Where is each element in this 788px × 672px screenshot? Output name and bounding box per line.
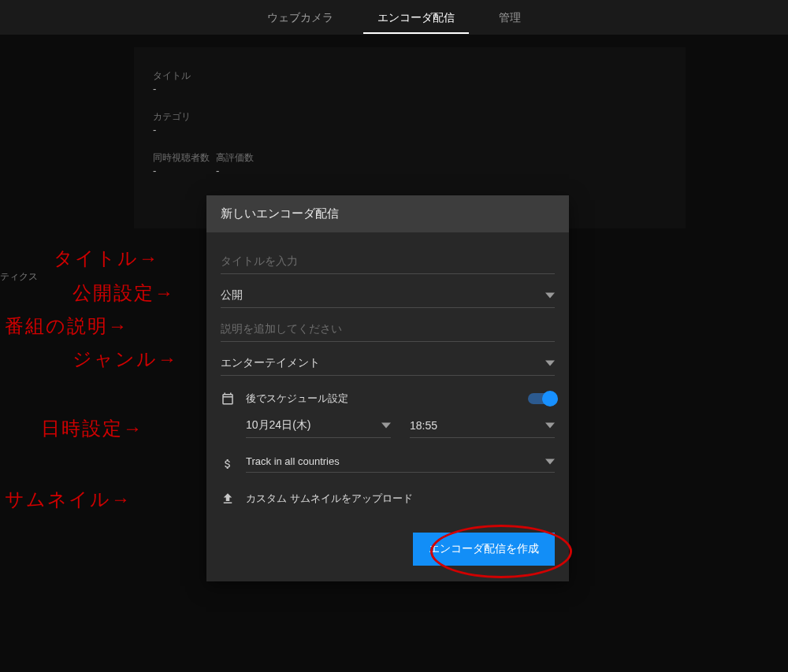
annotation-datetime: 日時設定→	[41, 416, 143, 441]
monetization-value: Track in all countries	[246, 455, 340, 467]
chevron-down-icon	[545, 291, 555, 300]
visibility-value: 公開	[221, 288, 243, 303]
tab-encoder[interactable]: エンコーダ配信	[355, 2, 477, 34]
schedule-later-row: 後でスケジュール設定	[221, 392, 555, 406]
time-value: 18:55	[410, 419, 437, 432]
monetization-row: Track in all countries	[221, 455, 555, 473]
bg-category-label: カテゴリ	[153, 110, 191, 124]
date-select[interactable]: 10月24日(木)	[246, 418, 391, 438]
toggle-knob	[542, 391, 558, 407]
bg-viewers-label: 同時視聴者数	[153, 151, 210, 165]
date-value: 10月24日(木)	[246, 418, 310, 433]
tab-webcam[interactable]: ウェブカメラ	[245, 2, 355, 34]
genre-value: エンターテイメント	[221, 356, 320, 370]
chevron-down-icon	[545, 457, 555, 466]
title-input-placeholder: タイトルを入力	[221, 254, 298, 269]
datetime-row: 10月24日(木) 18:55	[221, 418, 555, 438]
bg-category-value: -	[153, 124, 156, 136]
dollar-icon	[221, 457, 235, 471]
annotation-title: タイトル→	[54, 246, 159, 271]
calendar-icon	[221, 392, 235, 406]
title-input[interactable]: タイトルを入力	[221, 254, 555, 274]
time-select[interactable]: 18:55	[410, 418, 555, 438]
annotation-thumbnail: サムネイル→	[5, 487, 132, 512]
genre-select[interactable]: エンターテイメント	[221, 356, 555, 376]
bg-title-value: -	[153, 83, 156, 95]
chevron-down-icon	[381, 421, 391, 430]
schedule-later-label: 後でスケジュール設定	[246, 392, 348, 406]
bg-title-label: タイトル	[153, 69, 191, 83]
bg-likes-label: 高評価数	[216, 151, 254, 165]
top-tabs: ウェブカメラ エンコーダ配信 管理	[245, 2, 543, 34]
sidebar-fragment-text: ティクス	[0, 270, 38, 284]
annotation-genre: ジャンル→	[72, 347, 178, 372]
annotation-visibility: 公開設定→	[72, 280, 175, 306]
chevron-down-icon	[545, 421, 555, 430]
annotation-description: 番組の説明→	[5, 314, 128, 339]
chevron-down-icon	[545, 358, 555, 368]
schedule-later-toggle[interactable]	[528, 393, 555, 404]
upload-icon	[221, 492, 235, 506]
annotation-cta-circle	[430, 525, 572, 578]
dialog-title: 新しいエンコーダ配信	[206, 195, 569, 232]
bg-likes-value: -	[216, 165, 219, 176]
new-encoder-stream-dialog: 新しいエンコーダ配信 タイトルを入力 公開 説明を追加してください エンターテイ…	[206, 195, 569, 581]
tab-manage[interactable]: 管理	[477, 2, 543, 34]
thumbnail-upload-row[interactable]: カスタム サムネイルをアップロード	[221, 492, 555, 506]
description-input[interactable]: 説明を追加してください	[221, 322, 555, 342]
bg-viewers-value: -	[153, 165, 156, 176]
description-placeholder: 説明を追加してください	[221, 322, 342, 336]
top-tab-bar: ウェブカメラ エンコーダ配信 管理	[0, 0, 788, 35]
thumbnail-upload-label: カスタム サムネイルをアップロード	[246, 492, 413, 506]
visibility-select[interactable]: 公開	[221, 288, 555, 308]
monetization-select[interactable]: Track in all countries	[246, 455, 555, 473]
